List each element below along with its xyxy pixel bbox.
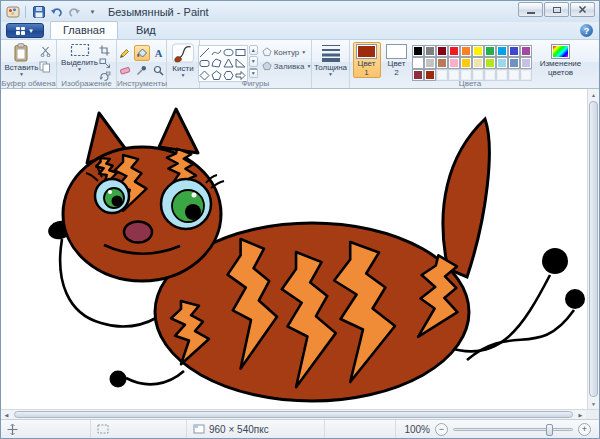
palette-swatch[interactable] — [521, 58, 531, 68]
palette-swatch[interactable] — [461, 46, 471, 56]
drawing-canvas[interactable] — [1, 89, 587, 409]
shapes-expand-icon[interactable]: ▼ — [249, 68, 258, 78]
palette-swatch[interactable] — [449, 58, 459, 68]
brushes-button[interactable]: Кисти ▼ — [171, 42, 195, 78]
color-picker-tool-icon[interactable] — [134, 62, 150, 78]
save-icon[interactable] — [31, 4, 46, 19]
palette-swatch[interactable] — [425, 58, 435, 68]
shape-rectangle-icon[interactable] — [235, 47, 247, 58]
cut-icon[interactable] — [38, 45, 52, 58]
shapes-scroll-up-icon[interactable]: ▲ — [249, 45, 258, 55]
vertical-scrollbar[interactable]: ▲ ▼ — [587, 89, 599, 409]
shape-polygon-icon[interactable] — [211, 58, 223, 69]
select-icon — [70, 43, 90, 57]
shapes-scroll-down-icon[interactable]: ▼ — [249, 56, 258, 66]
qat-separator — [25, 6, 26, 18]
group-label-clipboard: Буфер обмена — [1, 79, 56, 88]
zoom-slider-thumb[interactable] — [546, 424, 553, 436]
palette-swatch[interactable] — [509, 46, 519, 56]
horizontal-scrollbar[interactable]: ◀ ▶ — [1, 409, 599, 419]
shape-rounded-rectangle-icon[interactable] — [199, 58, 211, 69]
palette-swatch[interactable] — [437, 58, 447, 68]
horizontal-scroll-thumb[interactable] — [14, 411, 573, 418]
title-bar[interactable]: ▼ Безымянный - Paint — [1, 1, 599, 22]
color1-button[interactable]: Цвет 1 — [353, 42, 381, 78]
brushes-dropdown-icon: ▼ — [181, 73, 186, 78]
shape-right-triangle-icon[interactable] — [235, 58, 247, 69]
magnifier-tool-icon[interactable] — [151, 62, 167, 78]
paint-menu-button[interactable]: ▼ — [6, 23, 44, 38]
status-spacer — [325, 420, 396, 438]
color-palette — [413, 42, 532, 78]
palette-swatch[interactable] — [425, 46, 435, 56]
shape-triangle-icon[interactable] — [223, 58, 235, 69]
color2-button[interactable]: Цвет 2 — [383, 42, 411, 78]
close-button[interactable] — [570, 2, 595, 17]
group-label-image: Изображение — [57, 79, 116, 88]
palette-swatch[interactable] — [461, 58, 471, 68]
select-button[interactable]: Выделить ▼ — [61, 42, 98, 78]
shape-fill-button[interactable]: Заливка ▼ — [262, 61, 312, 71]
qat-dropdown-icon[interactable]: ▼ — [85, 4, 100, 19]
shape-line-icon[interactable] — [199, 47, 211, 58]
scroll-right-icon[interactable]: ▶ — [575, 410, 586, 419]
zoom-slider[interactable] — [453, 428, 573, 431]
palette-swatch[interactable] — [485, 58, 495, 68]
cursor-position-cell — [1, 420, 91, 438]
paste-button[interactable]: Вставить ▼ — [5, 42, 39, 78]
palette-swatch[interactable] — [497, 58, 507, 68]
edit-colors-button[interactable]: Изменение цветов — [534, 42, 588, 78]
palette-swatch[interactable] — [509, 58, 519, 68]
help-icon[interactable]: ? — [580, 24, 593, 37]
crop-icon[interactable] — [98, 45, 112, 56]
color1-label: Цвет 1 — [355, 60, 379, 77]
fill-tool-icon[interactable] — [134, 45, 150, 61]
text-tool-icon[interactable]: A — [151, 45, 167, 61]
scroll-up-icon[interactable]: ▲ — [588, 89, 599, 100]
resize-icon[interactable] — [98, 58, 112, 69]
palette-swatch[interactable] — [521, 46, 531, 56]
minimize-button[interactable] — [518, 2, 543, 17]
group-size: Толщина ▼ — [312, 40, 350, 88]
palette-swatch[interactable] — [497, 46, 507, 56]
cursor-position-icon — [7, 424, 18, 435]
cat-nose — [124, 222, 152, 243]
palette-swatch[interactable] — [473, 46, 483, 56]
maximize-button[interactable] — [544, 2, 569, 17]
palette-swatch[interactable] — [473, 58, 483, 68]
line-thickness-icon — [321, 43, 341, 62]
outline-icon — [262, 47, 272, 57]
zoom-in-button[interactable]: + — [578, 423, 591, 436]
group-colors: Цвет 1 Цвет 2 Изменение цветов Цвета — [350, 40, 590, 88]
canvas-size-icon — [193, 424, 205, 434]
palette-swatch[interactable] — [437, 46, 447, 56]
group-brushes: Кисти ▼ — [167, 40, 200, 88]
copy-icon[interactable] — [38, 60, 52, 73]
eraser-tool-icon[interactable] — [117, 62, 133, 78]
undo-icon[interactable] — [49, 4, 64, 19]
size-button[interactable]: Толщина ▼ — [314, 42, 347, 78]
outline-dropdown-icon: ▼ — [301, 50, 306, 55]
redo-icon[interactable] — [67, 4, 82, 19]
vertical-scroll-thumb[interactable] — [589, 101, 598, 397]
shape-curve-icon[interactable] — [211, 47, 223, 58]
zoom-out-button[interactable]: − — [435, 423, 448, 436]
group-shapes: ▲ ▼ ▼ Контур ▼ Заливка ▼ Фигуры — [200, 40, 312, 88]
tab-view[interactable]: Вид — [124, 22, 168, 39]
shapes-gallery — [198, 45, 248, 82]
fill-icon — [262, 61, 272, 71]
palette-swatch[interactable] — [449, 46, 459, 56]
palette-swatch[interactable] — [413, 58, 423, 68]
pencil-tool-icon[interactable] — [117, 45, 133, 61]
palette-swatch[interactable] — [485, 46, 495, 56]
paint-logo-icon — [5, 4, 20, 19]
shape-outline-button[interactable]: Контур ▼ — [262, 47, 312, 57]
menu-dropdown-icon: ▼ — [28, 28, 34, 34]
canvas-size-cell: 960 × 540пкс — [187, 420, 325, 438]
scroll-left-icon[interactable]: ◀ — [1, 410, 12, 419]
shape-ellipse-icon[interactable] — [223, 47, 235, 58]
scroll-down-icon[interactable]: ▼ — [588, 398, 599, 409]
status-bar: 960 × 540пкс 100% − + — [1, 419, 599, 438]
tab-home[interactable]: Главная — [50, 21, 118, 39]
palette-swatch[interactable] — [413, 46, 423, 56]
